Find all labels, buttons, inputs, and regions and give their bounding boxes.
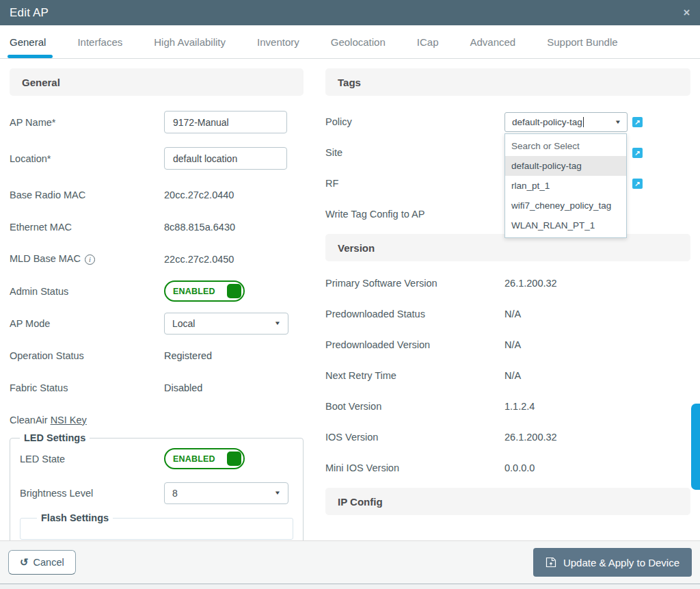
brightness-value: 8	[172, 488, 178, 499]
version-row: Boot Version 1.1.2.4	[325, 395, 690, 417]
flash-settings-legend: Flash Settings	[37, 512, 113, 523]
led-settings-fieldset: LED Settings LED State ENABLED Brightnes…	[10, 432, 304, 540]
predownloaded-status-label: Predownloaded Status	[325, 309, 504, 319]
interactive-help-pull-tab[interactable]	[691, 404, 700, 490]
policy-label: Policy	[325, 116, 504, 127]
admin-status-row: Admin Status ENABLED	[10, 280, 304, 302]
mini-ios-version-value: 0.0.0.0	[504, 462, 535, 473]
policy-combobox[interactable]: default-policy-tag ▼	[504, 112, 628, 132]
undo-icon: ↺	[20, 556, 29, 568]
primary-software-version-value: 26.1.200.32	[504, 278, 557, 289]
write-tag-config-label: Write Tag Config to AP	[325, 209, 504, 220]
site-external-link-icon[interactable]: ↗	[632, 148, 643, 158]
version-row: Predownloaded Version N/A	[325, 334, 690, 356]
version-section-header: Version	[325, 234, 690, 261]
version-row: Primary Software Version 26.1.200.32	[325, 272, 690, 294]
ethernet-mac-row: Ethernet MAC 8c88.815a.6430	[10, 215, 304, 238]
version-row: Next Retry Time N/A	[325, 365, 690, 387]
policy-row: Policy default-policy-tag ▼ Search or Se…	[325, 111, 690, 133]
dropdown-option-rlan-pt-1[interactable]: rlan_pt_1	[505, 176, 626, 196]
fabric-status-label: Fabric Status	[10, 382, 164, 393]
tab-icap[interactable]: ICap	[417, 25, 439, 58]
location-row: Location*	[10, 147, 304, 170]
policy-external-link-icon[interactable]: ↗	[632, 117, 643, 127]
primary-software-version-label: Primary Software Version	[325, 278, 504, 289]
cancel-button[interactable]: ↺ Cancel	[8, 550, 76, 575]
led-state-row: LED State ENABLED	[20, 447, 293, 470]
mld-base-mac-row: MLD Base MACi 22cc.27c2.0450	[10, 248, 304, 270]
base-radio-mac-value: 20cc.27c2.0440	[164, 189, 234, 200]
boot-version-label: Boot Version	[325, 401, 504, 412]
predownloaded-status-value: N/A	[504, 309, 521, 319]
base-radio-mac-row: Base Radio MAC 20cc.27c2.0440	[10, 183, 304, 206]
site-label: Site	[325, 147, 504, 158]
tab-support-bundle[interactable]: Support Bundle	[547, 25, 617, 58]
operation-status-value: Registered	[164, 350, 212, 361]
chevron-down-icon: ▼	[274, 490, 281, 496]
text-cursor	[583, 117, 584, 127]
dropdown-option-search-or-select[interactable]: Search or Select	[505, 136, 626, 156]
fabric-status-row: Fabric Status Disabled	[10, 376, 304, 399]
led-state-toggle-label: ENABLED	[173, 454, 227, 464]
tab-bar: General Interfaces High Availability Inv…	[0, 25, 700, 59]
ip-config-section-header: IP Config	[325, 488, 690, 515]
version-row: Mini IOS Version 0.0.0.0	[325, 457, 690, 479]
led-state-toggle[interactable]: ENABLED	[164, 448, 245, 469]
dropdown-option-default-policy-tag[interactable]: default-policy-tag	[505, 156, 626, 176]
policy-combobox-wrap: default-policy-tag ▼ Search or Select de…	[504, 112, 628, 132]
version-row: IOS Version 26.1.200.32	[325, 426, 690, 448]
tab-geolocation[interactable]: Geolocation	[331, 25, 386, 58]
operation-status-label: Operation Status	[10, 350, 164, 361]
cancel-button-label: Cancel	[33, 557, 64, 568]
update-apply-button[interactable]: Update & Apply to Device	[533, 548, 692, 577]
modal-titlebar: Edit AP ✕	[0, 0, 700, 25]
ios-version-value: 26.1.200.32	[504, 432, 557, 443]
modal-footer: ↺ Cancel Update & Apply to Device	[0, 540, 700, 584]
modal-title: Edit AP	[10, 6, 49, 20]
tab-high-availability[interactable]: High Availability	[154, 25, 226, 58]
led-state-label: LED State	[20, 454, 164, 464]
chevron-down-icon: ▼	[274, 320, 281, 326]
close-icon[interactable]: ✕	[683, 8, 690, 18]
admin-status-toggle-label: ENABLED	[173, 287, 227, 296]
led-settings-legend: LED Settings	[20, 432, 90, 443]
ethernet-mac-label: Ethernet MAC	[10, 222, 164, 233]
mini-ios-version-label: Mini IOS Version	[325, 462, 504, 473]
location-label: Location*	[10, 153, 164, 164]
cleanair-label: CleanAir NSI Key	[10, 415, 164, 426]
brightness-row: Brightness Level 8 ▼	[20, 482, 293, 504]
location-input[interactable]	[164, 147, 287, 170]
ap-name-input[interactable]	[164, 111, 287, 133]
info-icon[interactable]: i	[85, 254, 95, 265]
ios-version-label: IOS Version	[325, 432, 504, 443]
tab-interfaces[interactable]: Interfaces	[77, 25, 122, 58]
rf-label: RF	[325, 178, 504, 189]
policy-dropdown-list: Search or Select default-policy-tag rlan…	[504, 133, 627, 238]
cleanair-row: CleanAir NSI Key	[10, 408, 304, 431]
next-retry-time-label: Next Retry Time	[325, 370, 504, 381]
toggle-knob	[227, 451, 241, 466]
admin-status-label: Admin Status	[10, 286, 164, 297]
ap-mode-label: AP Mode	[10, 318, 164, 329]
tab-inventory[interactable]: Inventory	[257, 25, 299, 58]
flash-settings-fieldset: Flash Settings	[20, 512, 293, 540]
admin-status-toggle[interactable]: ENABLED	[164, 280, 245, 302]
rf-external-link-icon[interactable]: ↗	[632, 179, 643, 189]
nsi-key-link[interactable]: NSI Key	[51, 415, 87, 426]
brightness-select[interactable]: 8 ▼	[164, 482, 288, 504]
base-radio-mac-label: Base Radio MAC	[10, 189, 164, 200]
tab-advanced[interactable]: Advanced	[470, 25, 515, 58]
dropdown-option-wifi7-cheney-policy-tag[interactable]: wifi7_cheney_policy_tag	[505, 196, 626, 215]
ap-mode-select[interactable]: Local ▼	[164, 313, 288, 335]
general-section-header: General	[10, 68, 304, 96]
tags-column: Tags Policy default-policy-tag ▼ Search …	[325, 68, 690, 540]
tab-general[interactable]: General	[10, 25, 46, 58]
ap-name-label: AP Name*	[10, 117, 164, 128]
predownloaded-version-value: N/A	[504, 339, 521, 350]
dropdown-option-wlan-rlan-pt-1[interactable]: WLAN_RLAN_PT_1	[505, 215, 626, 235]
fabric-status-value: Disabled	[164, 382, 202, 393]
predownloaded-version-label: Predownloaded Version	[325, 339, 504, 350]
toggle-knob	[227, 284, 241, 298]
modal-content: General AP Name* Location* Base Radio MA…	[0, 59, 700, 540]
boot-version-value: 1.1.2.4	[504, 401, 535, 412]
